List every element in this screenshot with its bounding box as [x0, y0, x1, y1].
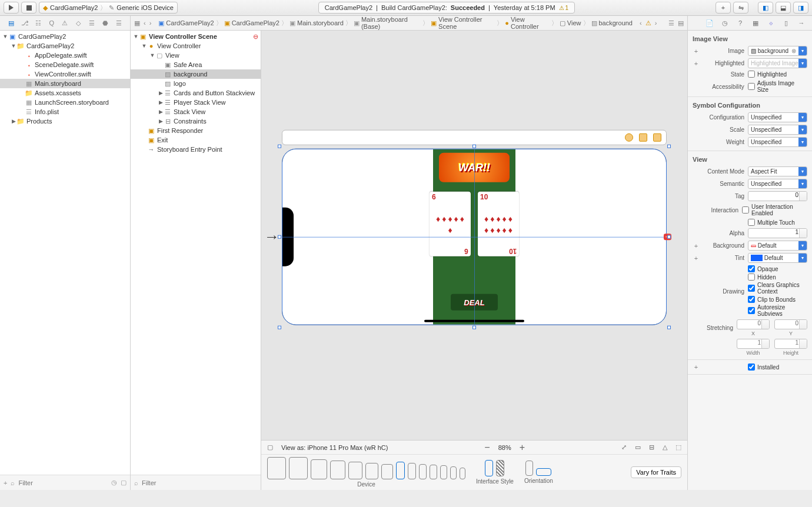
library-plus-button[interactable]: + [716, 2, 731, 14]
nav-row[interactable]: ⬩ViewController.swift [0, 69, 130, 79]
report-navigator-icon[interactable]: ☰ [114, 18, 124, 28]
entry-point-arrow-icon[interactable]: → [264, 228, 279, 246]
accessibility-check[interactable]: Adjusts Image Size [748, 80, 807, 93]
connections-inspector-icon[interactable]: → [797, 18, 806, 28]
add-bg-icon[interactable]: + [693, 242, 700, 249]
add-installed-icon[interactable]: + [693, 363, 700, 371]
outline-toggle-icon[interactable]: ☰ [668, 19, 674, 27]
drawing-check-1[interactable]: Hidden [748, 273, 807, 281]
adjust-editor-icon[interactable]: ▤ [678, 19, 684, 27]
tag-stepper[interactable]: 0 [748, 191, 807, 201]
zoom-in-button[interactable]: + [520, 442, 525, 453]
multiple-touch-check[interactable]: Multiple Touch [748, 219, 795, 226]
nav-row[interactable]: ⬩SceneDelegate.swift [0, 60, 130, 69]
run-button[interactable] [4, 2, 19, 14]
constraint-tag[interactable]: ◦0 [664, 234, 671, 240]
outline-row[interactable]: ▣First Responder [131, 126, 261, 135]
content-mode-dropdown[interactable]: Aspect Fit▾ [748, 166, 807, 176]
interface-builder-canvas[interactable]: → WAR!! 6 ♦♦♦♦♦♦ 6 10 [261, 31, 687, 490]
zoom-out-button[interactable]: − [484, 442, 490, 453]
code-review-button[interactable]: ⇋ [733, 2, 748, 14]
outline-row[interactable]: ▨logo [131, 79, 261, 88]
issue-navigator-icon[interactable]: ⚠ [60, 18, 69, 28]
drawing-check-2[interactable]: Clears Graphics Context [748, 282, 807, 295]
help-inspector-icon[interactable]: ? [736, 18, 745, 28]
related-items-icon[interactable]: ▦ [134, 19, 140, 27]
drawing-check-4[interactable]: Autoresize Subviews [748, 304, 807, 317]
outline-row[interactable]: ▼▢View [131, 51, 261, 60]
stretch-h-stepper[interactable]: 1 [774, 339, 807, 349]
scale-dropdown[interactable]: Unspecified▾ [748, 125, 807, 135]
highlighted-field[interactable]: Highlighted Image▾ [748, 58, 807, 68]
embed-in-icon[interactable]: ⬚ [675, 443, 681, 451]
issues-warn-icon[interactable]: ⚠ [645, 19, 651, 27]
debug-navigator-icon[interactable]: ☰ [87, 18, 96, 28]
image-field[interactable]: ▨ background⊗▾ [748, 46, 807, 56]
forward-icon[interactable]: › [149, 19, 152, 26]
weight-dropdown[interactable]: Unspecified▾ [748, 137, 807, 147]
nav-row[interactable]: ▦Main.storyboard [0, 79, 130, 88]
outline-row[interactable]: →Storyboard Entry Point [131, 145, 261, 154]
user-interaction-check[interactable]: User Interaction Enabled [742, 204, 807, 216]
alpha-stepper[interactable]: 1 [748, 228, 807, 238]
device-thumbs[interactable] [267, 457, 465, 479]
outline-row[interactable]: ▶☰Player Stack View [131, 98, 261, 107]
stretch-w-stepper[interactable]: 1 [737, 339, 770, 349]
outline-row[interactable]: ▼●View Controller [131, 41, 261, 51]
drawing-check-3[interactable]: Clip to Bounds [748, 296, 807, 303]
test-navigator-icon[interactable]: ◇ [74, 18, 83, 28]
align-icon[interactable]: ▭ [635, 443, 641, 451]
plus-icon[interactable]: + [4, 479, 7, 486]
device-config-icon[interactable]: ▢ [267, 443, 273, 451]
issues-prev-icon[interactable]: ‹ [640, 19, 642, 26]
scm-filter-icon[interactable]: ▢ [121, 479, 127, 486]
scheme-selector[interactable]: ◆ CardGamePlay2 〉 ✎ Generic iOS Device [39, 2, 178, 14]
toggle-left-panel-button[interactable]: ◧ [758, 2, 773, 14]
nav-row[interactable]: ▼▣CardGamePlay2 [0, 32, 130, 41]
view-as-label[interactable]: View as: iPhone 11 Pro Max (wR hC) [281, 444, 388, 451]
scene-dock[interactable] [282, 130, 667, 145]
config-dropdown[interactable]: Unspecified▾ [748, 112, 807, 122]
add-image-icon[interactable]: + [693, 48, 700, 55]
outline-row[interactable]: ▶⊟Constraints [131, 116, 261, 126]
highlighted-check[interactable]: Highlighted [748, 71, 787, 78]
size-inspector-icon[interactable]: ▯ [781, 18, 791, 28]
background-dropdown[interactable]: ▭ Default▾ [748, 241, 807, 251]
tint-dropdown[interactable]: ▬▬ Default▾ [748, 253, 807, 263]
file-inspector-icon[interactable]: 📄 [705, 18, 714, 28]
toggle-bottom-panel-button[interactable]: ⬓ [776, 2, 791, 14]
pin-icon[interactable]: ⊟ [649, 443, 654, 451]
outline-row[interactable]: ▣Safe Area [131, 60, 261, 69]
issues-next-icon[interactable]: › [655, 19, 657, 26]
stretch-x-stepper[interactable]: 0 [737, 319, 770, 329]
attributes-inspector-icon[interactable]: ⟐ [766, 18, 776, 28]
orientation-thumbs[interactable] [525, 461, 551, 476]
history-inspector-icon[interactable]: ◷ [720, 18, 730, 28]
outline-filter-input[interactable] [142, 478, 257, 488]
add-tint-icon[interactable]: + [693, 255, 700, 262]
nav-row[interactable]: ▦LaunchScreen.storyboard [0, 98, 130, 107]
nav-row[interactable]: ☰Info.plist [0, 107, 130, 116]
installed-check[interactable]: Installed [748, 363, 779, 371]
find-navigator-icon[interactable]: Q [47, 18, 56, 28]
nav-row[interactable]: ▶📁Products [0, 116, 130, 126]
stretch-y-stepper[interactable]: 0 [774, 319, 807, 329]
responder-dock-icon[interactable] [639, 134, 647, 142]
drawing-check-0[interactable]: Opaque [748, 265, 807, 272]
identity-inspector-icon[interactable]: ▦ [751, 18, 760, 28]
outline-row[interactable]: ▼▣View Controller Scene⊖ [131, 32, 261, 41]
outline-row[interactable]: ▶☰Cards and Button Stackview [131, 88, 261, 98]
breakpoint-navigator-icon[interactable]: ⬣ [101, 18, 110, 28]
nav-row[interactable]: 📁Assets.xcassets [0, 88, 130, 98]
breadcrumb[interactable]: ▣CardGamePlay2〉 ▣CardGamePlay2〉 ▣Main.st… [158, 16, 633, 30]
recent-filter-icon[interactable]: ◷ [111, 479, 117, 486]
resolve-icon[interactable]: △ [663, 443, 667, 451]
vc-dock-icon[interactable] [625, 134, 633, 142]
zoom-level[interactable]: 88% [498, 444, 511, 451]
warning-badge[interactable]: ⚠ 1 [559, 5, 569, 11]
back-icon[interactable]: ‹ [144, 19, 146, 26]
interface-style-thumbs[interactable] [485, 460, 504, 476]
filter-input[interactable] [18, 478, 108, 488]
vary-for-traits-button[interactable]: Vary for Traits [631, 466, 681, 478]
project-navigator-icon[interactable]: ▤ [6, 18, 16, 28]
